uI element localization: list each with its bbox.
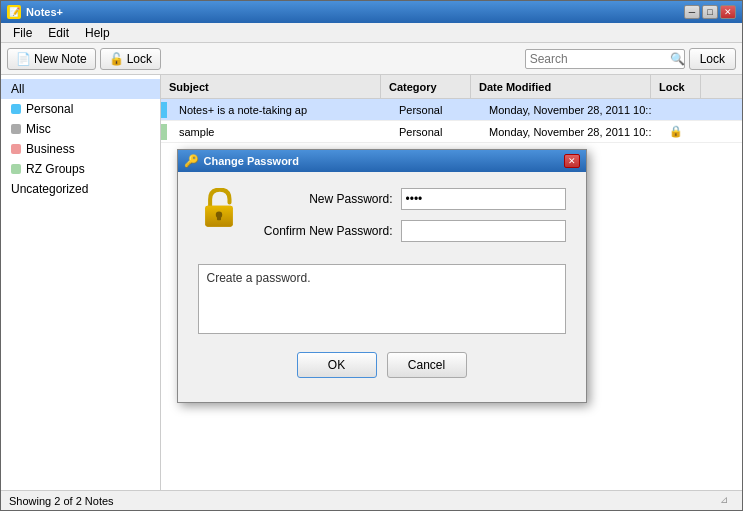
sidebar-item-uncategorized-label: Uncategorized bbox=[11, 182, 88, 196]
title-bar-left: 📝 Notes+ bbox=[7, 5, 63, 19]
padlock-icon bbox=[198, 188, 240, 230]
window-close-button[interactable]: ✕ bbox=[720, 5, 736, 19]
confirm-password-input[interactable] bbox=[401, 220, 566, 242]
col-header-subject: Subject bbox=[161, 75, 381, 98]
toolbar: 📄 New Note 🔓 Lock 🔍 Lock bbox=[1, 43, 742, 75]
search-input[interactable] bbox=[530, 52, 670, 66]
lock-label: Lock bbox=[127, 52, 152, 66]
app-icon: 📝 bbox=[7, 5, 21, 19]
new-note-icon: 📄 bbox=[16, 52, 31, 66]
sidebar-item-business[interactable]: Business bbox=[1, 139, 160, 159]
note-category-0: Personal bbox=[391, 104, 481, 116]
sidebar-item-personal-label: Personal bbox=[26, 102, 73, 116]
note-subject-1: sample bbox=[171, 126, 391, 138]
note-date-0: Monday, November 28, 2011 10:: bbox=[481, 104, 661, 116]
rz-groups-dot bbox=[11, 164, 21, 174]
misc-dot bbox=[11, 124, 21, 134]
hint-box: Create a password. bbox=[198, 264, 566, 334]
table-row[interactable]: Notes+ is a note-taking ap Personal Mond… bbox=[161, 99, 742, 121]
sidebar-item-rz-groups-label: RZ Groups bbox=[26, 162, 85, 176]
ok-button[interactable]: OK bbox=[297, 352, 377, 378]
cancel-button[interactable]: Cancel bbox=[387, 352, 467, 378]
note-date-1: Monday, November 28, 2011 10:: bbox=[481, 126, 661, 138]
confirm-password-row: Confirm New Password: bbox=[256, 220, 566, 242]
new-password-row: New Password: bbox=[256, 188, 566, 210]
sidebar-item-uncategorized[interactable]: Uncategorized bbox=[1, 179, 160, 199]
sidebar-item-all[interactable]: All bbox=[1, 79, 160, 99]
new-note-label: New Note bbox=[34, 52, 87, 66]
search-icon[interactable]: 🔍 bbox=[670, 52, 685, 66]
sidebar-item-rz-groups[interactable]: RZ Groups bbox=[1, 159, 160, 179]
new-password-label: New Password: bbox=[256, 192, 401, 206]
menu-edit[interactable]: Edit bbox=[40, 24, 77, 42]
dialog-body: New Password: Confirm New Password: Crea… bbox=[178, 172, 586, 402]
lock-button[interactable]: 🔓 Lock bbox=[100, 48, 161, 70]
menu-bar: File Edit Help bbox=[1, 23, 742, 43]
col-header-category: Category bbox=[381, 75, 471, 98]
col-header-date: Date Modified bbox=[471, 75, 651, 98]
personal-dot bbox=[11, 104, 21, 114]
lock-status-button[interactable]: Lock bbox=[689, 48, 736, 70]
status-bar: Showing 2 of 2 Notes ⊿ bbox=[1, 490, 742, 510]
title-bar-buttons: ─ □ ✕ bbox=[684, 5, 736, 19]
note-lock-1: 🔒 bbox=[661, 125, 711, 138]
dialog-icon-area: New Password: Confirm New Password: bbox=[198, 188, 566, 252]
change-password-dialog: 🔑 Change Password ✕ bbox=[177, 149, 587, 403]
form-fields: New Password: Confirm New Password: bbox=[256, 188, 566, 252]
dialog-title-icon: 🔑 bbox=[184, 154, 199, 168]
sidebar-item-misc-label: Misc bbox=[26, 122, 51, 136]
minimize-button[interactable]: ─ bbox=[684, 5, 700, 19]
menu-help[interactable]: Help bbox=[77, 24, 118, 42]
dialog-buttons: OK Cancel bbox=[198, 348, 566, 386]
sidebar-item-misc[interactable]: Misc bbox=[1, 119, 160, 139]
lock-icon: 🔓 bbox=[109, 52, 124, 66]
notes-header: Subject Category Date Modified Lock bbox=[161, 75, 742, 99]
search-box[interactable]: 🔍 bbox=[525, 49, 685, 69]
resize-handle[interactable]: ⊿ bbox=[720, 494, 734, 508]
status-text: Showing 2 of 2 Notes bbox=[9, 495, 114, 507]
note-subject-0: Notes+ is a note-taking ap bbox=[171, 104, 391, 116]
maximize-button[interactable]: □ bbox=[702, 5, 718, 19]
window-title: Notes+ bbox=[26, 6, 63, 18]
new-password-input[interactable] bbox=[401, 188, 566, 210]
sidebar-item-personal[interactable]: Personal bbox=[1, 99, 160, 119]
title-bar: 📝 Notes+ ─ □ ✕ bbox=[1, 1, 742, 23]
new-note-button[interactable]: 📄 New Note bbox=[7, 48, 96, 70]
confirm-password-label: Confirm New Password: bbox=[256, 224, 401, 238]
hint-text: Create a password. bbox=[207, 271, 311, 285]
business-dot bbox=[11, 144, 21, 154]
sidebar-item-all-label: All bbox=[11, 82, 24, 96]
sidebar: All Personal Misc Business RZ Groups Unc… bbox=[1, 75, 161, 490]
note-indicator-1 bbox=[161, 124, 167, 140]
dialog-close-button[interactable]: ✕ bbox=[564, 154, 580, 168]
col-header-lock: Lock bbox=[651, 75, 701, 98]
sidebar-item-business-label: Business bbox=[26, 142, 75, 156]
dialog-title-text: Change Password bbox=[204, 155, 299, 167]
note-indicator-0 bbox=[161, 102, 167, 118]
note-category-1: Personal bbox=[391, 126, 481, 138]
menu-file[interactable]: File bbox=[5, 24, 40, 42]
dialog-title-left: 🔑 Change Password bbox=[184, 154, 299, 168]
table-row[interactable]: sample Personal Monday, November 28, 201… bbox=[161, 121, 742, 143]
dialog-title-bar: 🔑 Change Password ✕ bbox=[178, 150, 586, 172]
svg-rect-3 bbox=[216, 214, 220, 220]
